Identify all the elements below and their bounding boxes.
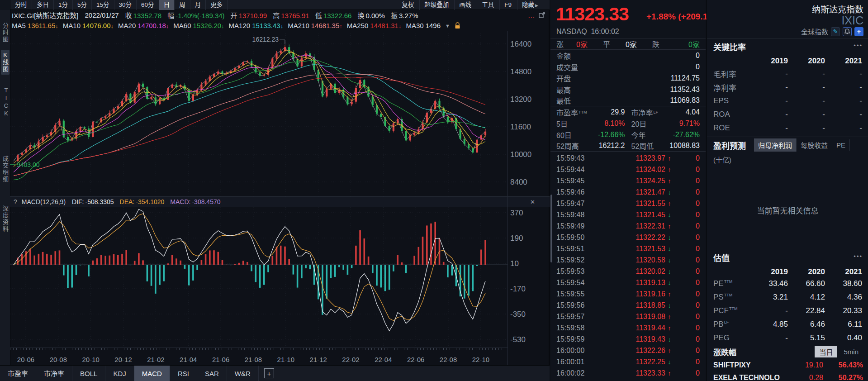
key-ratio-row: ROA --- [707,109,868,120]
add-watchlist-icon[interactable]: + [854,27,863,36]
mover-row[interactable]: EXELA TECHNOLO 0.28 50.27% [707,372,868,381]
key-ratio-row: ROE --- [707,122,868,134]
alert-bell-icon[interactable] [843,27,852,36]
chart-tool-button[interactable]: 超级叠加 [420,0,455,10]
indicator-tab[interactable]: KDJ [105,366,134,381]
indicator-tab[interactable]: SAR [197,366,227,381]
indicator-help-icon[interactable]: ? [14,198,17,205]
interval-tab[interactable]: 日 [159,0,175,10]
key-ratios-more-icon[interactable]: ••• [854,42,863,49]
indicator-tab[interactable]: 市净率 [36,366,72,381]
indicator-tab[interactable]: W&R [227,366,259,381]
tick-price: 11319.08 [600,313,665,321]
indicator-tab[interactable]: 市盈率 [0,366,36,381]
interval-tab[interactable]: 1分 [54,0,73,10]
ma-legend-item: MA25014481.31↓ [347,22,402,29]
tick-volume: 0 [674,256,700,264]
forecast-tab[interactable]: 归母净利润 [754,138,797,152]
index-name: 纳斯达克指数 [812,3,863,15]
tick-time: 15:59:56 [556,301,600,310]
time-axis-label: 22-08 [436,356,461,363]
forecast-tab[interactable]: PE [832,139,850,151]
last-price: 11323.33 [556,4,629,25]
popout-icon[interactable] [539,12,545,19]
tick-volume: 0 [674,324,700,332]
sidebar-item-1[interactable]: 分时图 [1,23,9,43]
macd-chart[interactable] [10,207,508,348]
chart-tool-button[interactable]: 画线 [455,0,477,10]
price-axis-label: 11600 [510,123,531,132]
forecast-tab[interactable]: 每股收益 [797,138,832,152]
tick-volume: 0 [674,358,700,366]
interval-tab[interactable]: 月 [190,0,206,10]
ma-value: 14700.18 [138,22,166,29]
tick-direction-icon: ↑ [665,223,674,230]
chart-tool-label: 隐藏 [522,1,534,8]
key-ratios-years: 2019 2020 2021 [707,55,868,67]
chart-tool-button[interactable]: F9 [500,0,517,10]
tick-direction-icon: ↓ [665,279,674,286]
sidebar-item-3[interactable]: TICK [1,87,9,118]
interval-tab[interactable]: 5分 [73,0,92,10]
macd-axis-label: -170 [510,285,526,294]
tick-direction-icon: ↓ [665,211,674,219]
candlestick-chart[interactable]: 16212.239403.00 [10,31,508,196]
interval-tab[interactable]: 周 [175,0,190,10]
tick-price: 11321.47 [600,188,665,196]
indicator-tab[interactable]: BOLL [72,366,105,381]
valuation-more-icon[interactable]: ••• [854,253,863,260]
interval-tab[interactable]: 更多 [206,0,228,10]
ma-value: 1496 [426,22,441,29]
chart-tool-button[interactable]: 隐藏▶ [517,0,543,10]
tick-direction-icon: ↓ [665,358,674,366]
sidebar-item-4[interactable]: 成交明细 [1,156,9,183]
mover-name: EXELA TECHNOLO [713,374,793,381]
interval-tab[interactable]: 30分 [114,0,137,10]
close-indicator-icon[interactable]: ✕ [530,199,535,205]
ma-trend-arrow-icon: ↓ [111,23,114,29]
time-axis-label: 21-12 [306,356,331,363]
ma-dropdown-icon[interactable]: ▼ [445,23,450,29]
tick-row: 16:00:00 11322.26 ↑ 0 [550,345,706,356]
sidebar-item-5[interactable]: 深度资料 [1,205,9,233]
ma-legend-item: MA6015326.20↓ [173,22,224,29]
interval-tab[interactable]: 分时 [10,0,32,10]
tick-scrollbar[interactable] [550,195,552,262]
tick-direction-icon: ↓ [665,245,674,252]
ma-trend-arrow-icon: ↓ [166,23,169,29]
interval-tab[interactable]: 60分 [137,0,159,10]
tick-volume: 0 [674,177,700,185]
movers-tab[interactable]: 5min [839,347,863,357]
stock-app-window: 分时多日1分5分15分30分60分日周月更多 复权 超级叠加 画线 [0,0,868,381]
amount-row: 金额0 [550,50,706,61]
tick-list[interactable]: 15:59:43 11323.97 ↑ 0 15:59:44 11324.02 … [550,152,706,379]
add-indicator-button[interactable]: + [264,368,274,378]
tick-price: 11323.33 [600,369,665,377]
no-data-message: 当前暂无相关信息 [707,205,868,216]
tick-volume: 0 [674,166,700,174]
movers-section-header: 涨跌幅 当日5min [707,345,868,358]
tick-volume: 0 [674,267,700,276]
mover-row[interactable]: SHIFTPIXY 19.10 56.43% [707,359,868,371]
interval-tab[interactable]: 15分 [92,0,114,10]
edit-icon[interactable]: ✎ [831,27,840,36]
indicator-tab[interactable]: MACD [134,366,170,381]
chart-tool-button[interactable]: 工具 [477,0,500,10]
ma-legend-item: MA1014076.00↓ [63,22,114,29]
ma-name: MA30 [406,22,423,29]
time-axis-label: 22-10 [468,356,493,363]
indicator-tab[interactable]: RSI [170,366,197,381]
interval-tab[interactable]: 多日 [32,0,54,10]
interval-tabs: 分时多日1分5分15分30分60分日周月更多 [10,0,228,10]
ma-trend-arrow-icon: ↑ [339,23,342,29]
movers-tab[interactable]: 当日 [815,346,837,357]
tick-row: 15:59:49 11322.31 ↑ 0 [550,220,706,232]
sidebar-item-2[interactable]: K线图 [1,50,9,75]
ma-name: MA10 [63,22,81,29]
time-axis-ruler[interactable] [10,348,508,351]
ma-legend-item: MA21014681.35↑ [288,22,342,29]
chart-tool-button[interactable]: 复权 [397,0,420,10]
lock-icon[interactable] [455,22,460,29]
ma-legend-item: MA513611.65↓ [12,22,58,29]
ma-trend-arrow-icon: ↓ [221,23,224,29]
